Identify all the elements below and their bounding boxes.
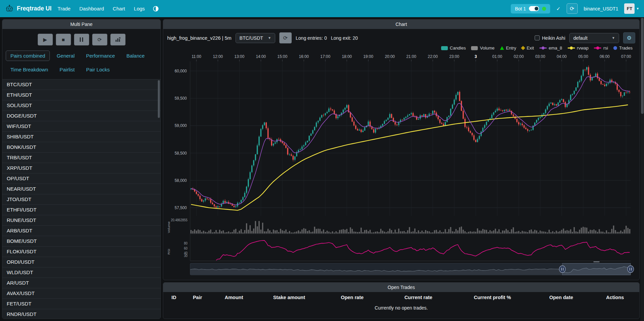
nav-item-logs[interactable]: Logs: [134, 6, 145, 11]
check-icon: ✓: [556, 6, 561, 12]
nav-item-trade[interactable]: Trade: [58, 6, 71, 11]
pair-row-sol-usdt[interactable]: SOL/USDT: [2, 100, 160, 111]
nav-item-chart[interactable]: Chart: [113, 6, 125, 11]
chart-title: Chart: [395, 22, 407, 27]
svg-text:18:00: 18:00: [342, 54, 352, 59]
nav-links: TradeDashboardChartLogs: [58, 6, 145, 11]
pause-bot-button[interactable]: [74, 34, 89, 45]
col-pair: Pair: [185, 292, 210, 303]
svg-text:19:00: 19:00: [363, 54, 373, 59]
legend-trades[interactable]: Trades: [613, 45, 633, 51]
tab-balance[interactable]: Balance: [122, 51, 149, 61]
volume-marker-icon: [471, 46, 478, 50]
pair-row-floki-usdt[interactable]: FLOKI/USDT: [2, 247, 160, 257]
tab-time-breakdown[interactable]: Time Breakdown: [6, 64, 53, 75]
volume-pane: 20.4862855Volume: [167, 218, 630, 233]
svg-text:13:00: 13:00: [235, 54, 245, 59]
legend-rsi[interactable]: rsi: [594, 45, 608, 51]
pair-row-bonk-usdt[interactable]: BONK/USDT: [2, 142, 160, 153]
bot-selector[interactable]: Bot 1: [511, 4, 550, 13]
stop-bot-button[interactable]: ■: [56, 34, 71, 45]
candlestick-chart[interactable]: 60,00059,50059,00058,50058,00057,50011:0…: [165, 52, 637, 278]
nav-item-dashboard[interactable]: Dashboard: [79, 6, 104, 11]
pair-row-ordi-usdt[interactable]: ORDI/USDT: [2, 257, 160, 267]
pair-row-trb-usdt[interactable]: TRB/USDT: [2, 153, 160, 163]
reload-bot-button[interactable]: ⟳: [567, 3, 578, 14]
legend-volume[interactable]: Volume: [471, 45, 494, 51]
svg-text:80: 80: [184, 242, 188, 245]
multi-pane-header: Multi Pane: [2, 20, 160, 29]
pair-row-fet-usdt[interactable]: FET/USDT: [2, 299, 160, 309]
bot-control-buttons: ▶ ■ ⟳: [2, 29, 160, 49]
play-icon: ▶: [43, 37, 47, 43]
pair-row-ethfi-usdt[interactable]: ETHFI/USDT: [2, 205, 160, 215]
pair-row-jto-usdt[interactable]: JTO/USDT: [2, 194, 160, 205]
heikin-ashi-checkbox[interactable]: [535, 35, 540, 40]
tab-pair-locks[interactable]: Pair Locks: [81, 64, 114, 75]
pair-row-xrp-usdt[interactable]: XRP/USDT: [2, 163, 160, 173]
pair-row-btc-usdt[interactable]: BTC/USDT: [2, 79, 160, 90]
avatar[interactable]: FT: [624, 3, 635, 14]
pair-row-bome-usdt[interactable]: BOME/USDT: [2, 236, 160, 247]
navigator-handle-right[interactable]: [628, 266, 634, 273]
svg-text:58,000: 58,000: [175, 178, 187, 183]
legend-label: Exit: [527, 45, 534, 51]
open-trades-table: IDPairAmountStake amountOpen rateCurrent…: [163, 292, 639, 313]
svg-text:Volume: Volume: [167, 221, 170, 233]
svg-text:23:00: 23:00: [449, 54, 459, 59]
navigator-handle-left[interactable]: [559, 266, 566, 273]
pair-list-scrollbar[interactable]: [158, 80, 160, 118]
legend-entry[interactable]: Entry: [500, 45, 516, 51]
pair-row-avax-usdt[interactable]: AVAX/USDT: [2, 288, 160, 299]
legend-label: ema_8: [549, 45, 562, 51]
svg-text:11:00: 11:00: [191, 54, 201, 59]
pair-row-rune-usdt[interactable]: RUNE/USDT: [2, 215, 160, 226]
candles-marker-icon: [441, 46, 448, 50]
refresh-chart-button[interactable]: ⟳: [279, 32, 292, 43]
pair-row-shib-usdt[interactable]: SHIB/USDT: [2, 132, 160, 142]
svg-text:59,000: 59,000: [175, 123, 187, 128]
pair-row-arb-usdt[interactable]: ARB/USDT: [2, 226, 160, 236]
exchange-label: binance_USDT1: [584, 6, 618, 11]
page-scrollbar-thumb[interactable]: [641, 18, 644, 114]
pair-row-wif-usdt[interactable]: WIF/USDT: [2, 121, 160, 132]
clear-chart-button[interactable]: [110, 34, 126, 45]
col-current-profit-: Current profit %: [453, 292, 532, 303]
pair-row-near-usdt[interactable]: NEAR/USDT: [2, 184, 160, 194]
legend-candles[interactable]: Candles: [441, 45, 466, 51]
col-actions: Actions: [591, 292, 639, 303]
legend-ema-8[interactable]: ema_8: [539, 45, 562, 51]
svg-text:01:00: 01:00: [492, 54, 502, 59]
heikin-ashi-toggle[interactable]: Heikin Ashi: [535, 35, 565, 41]
pair-select[interactable]: BTC/USDT ▼: [236, 33, 275, 43]
legend-rvwap[interactable]: rvwap: [568, 45, 589, 51]
svg-text:21:00: 21:00: [406, 54, 417, 59]
tab-pairlist[interactable]: Pairlist: [55, 64, 79, 75]
svg-text:58,500: 58,500: [175, 151, 187, 156]
legend-label: Volume: [480, 45, 494, 51]
svg-text:20.4862855: 20.4862855: [171, 218, 188, 222]
tab-performance[interactable]: Performance: [81, 51, 120, 61]
pair-row-op-usdt[interactable]: OP/USDT: [2, 173, 160, 184]
chart-panel: Chart high_frog_binance_v226 | 5m BTC/US…: [163, 19, 640, 280]
svg-text:02:00: 02:00: [514, 54, 524, 59]
legend-exit[interactable]: Exit: [522, 45, 534, 51]
navigator[interactable]: [190, 261, 634, 275]
pair-row-ar-usdt[interactable]: AR/USDT: [2, 278, 160, 288]
theme-toggle-icon[interactable]: [153, 6, 159, 12]
start-bot-button[interactable]: ▶: [38, 34, 53, 45]
pair-row-wld-usdt[interactable]: WLD/USDT: [2, 267, 160, 278]
reload-config-button[interactable]: ⟳: [92, 34, 107, 45]
brand[interactable]: Freqtrade UI: [5, 5, 51, 13]
bot-toggle[interactable]: [529, 6, 539, 11]
pair-row-doge-usdt[interactable]: DOGE/USDT: [2, 111, 160, 121]
tab-pairs-combined[interactable]: Pairs combined: [6, 51, 50, 61]
tab-general[interactable]: General: [52, 51, 79, 61]
page-scrollbar: [640, 17, 644, 321]
plot-config-select[interactable]: default ▼: [569, 33, 619, 43]
pair-row-eth-usdt[interactable]: ETH/USDT: [2, 90, 160, 100]
pair-row-rndr-usdt[interactable]: RNDR/USDT: [2, 309, 160, 319]
user-menu[interactable]: FT ▾: [624, 3, 639, 14]
plot-settings-button[interactable]: ⚙: [623, 32, 635, 43]
long-entries-label: Long entries: 0: [296, 35, 327, 41]
